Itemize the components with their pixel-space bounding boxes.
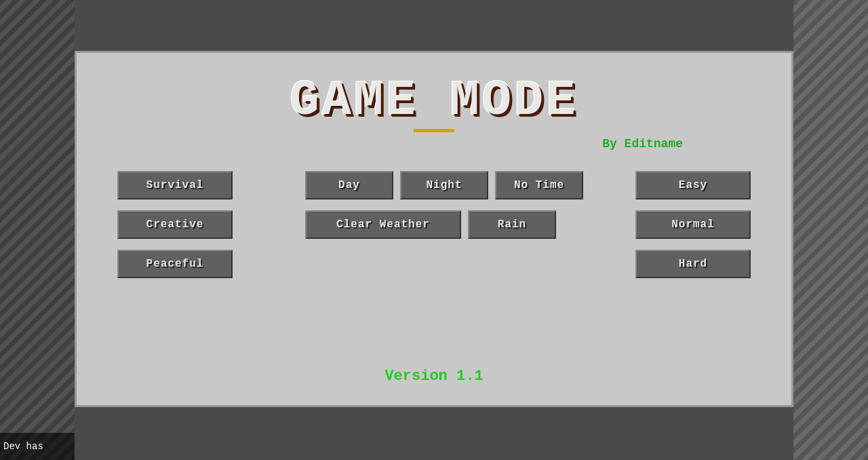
buttons-area: Survival Creative Peaceful Day Night No … xyxy=(104,171,764,278)
survival-button[interactable]: Survival xyxy=(117,171,233,199)
creative-button[interactable]: Creative xyxy=(117,210,233,239)
night-button[interactable]: Night xyxy=(400,171,488,199)
easy-button[interactable]: Easy xyxy=(635,171,751,199)
modal-title: GAME MODE xyxy=(290,73,578,129)
hard-button[interactable]: Hard xyxy=(635,250,751,278)
time-buttons-row: Day Night No Time xyxy=(305,171,583,199)
no-time-button[interactable]: No Time xyxy=(495,171,583,199)
peaceful-button[interactable]: Peaceful xyxy=(117,250,233,278)
normal-button[interactable]: Normal xyxy=(635,210,751,239)
version-label: Version 1.1 xyxy=(384,368,483,391)
difficulty-column: Easy Normal Hard xyxy=(635,171,751,278)
dev-bar-text: Dev has xyxy=(3,441,43,452)
rain-button[interactable]: Rain xyxy=(468,210,556,239)
weather-buttons-row: Clear Weather Rain xyxy=(305,210,556,239)
gamemode-column: Survival Creative Peaceful xyxy=(117,171,253,278)
bg-right-decoration xyxy=(793,0,868,460)
title-underline xyxy=(414,129,454,132)
dev-bar: Dev has xyxy=(0,433,75,460)
by-editname-label: By Editname xyxy=(104,137,764,151)
clear-weather-button[interactable]: Clear Weather xyxy=(305,210,461,239)
day-button[interactable]: Day xyxy=(305,171,393,199)
title-container: GAME MODE xyxy=(290,73,578,134)
game-mode-modal: GAME MODE By Editname Survival Creative … xyxy=(75,51,793,407)
time-weather-column: Day Night No Time Clear Weather Rain xyxy=(305,171,583,278)
bg-left-decoration xyxy=(0,0,75,460)
